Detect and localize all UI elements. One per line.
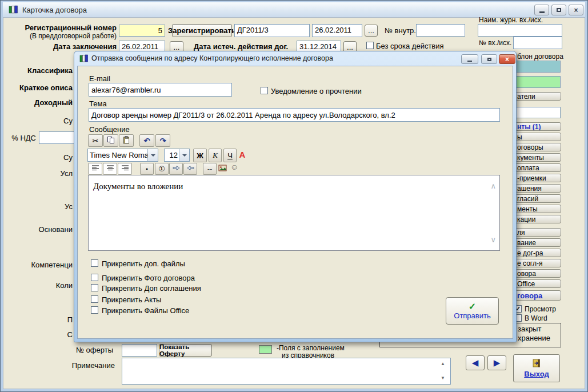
- font-family-value: Times New Roman: [88, 149, 147, 161]
- inout-no-input[interactable]: [513, 37, 562, 49]
- font-size-select[interactable]: 12: [164, 149, 190, 162]
- insert-image-icon: [218, 165, 228, 174]
- sidebar-button-7[interactable]: -приемки: [513, 174, 561, 182]
- reg-number-input[interactable]: 5: [119, 25, 165, 37]
- attach-files-checkbox[interactable]: [91, 259, 98, 267]
- door-exit-icon: [531, 358, 542, 370]
- font-family-select[interactable]: Times New Roman: [87, 149, 158, 162]
- show-offer-button[interactable]: Показать Оферту: [159, 344, 212, 357]
- sidebar-button-15[interactable]: е согл-я: [513, 259, 561, 267]
- closed-line-1: закрыт: [518, 325, 541, 333]
- dialog-maximize-button[interactable]: [481, 54, 497, 64]
- send-button[interactable]: ✓ Отправить: [446, 297, 499, 325]
- contract-number-input[interactable]: ДГ2011/3: [234, 24, 310, 37]
- sidebar-button-documents[interactable]: нты (1): [513, 122, 561, 131]
- copy-button[interactable]: [103, 134, 118, 147]
- legend-line-1: -Поля с заполнением: [277, 344, 345, 352]
- message-label: Сообщение: [89, 125, 130, 134]
- note-textarea[interactable]: [122, 358, 451, 385]
- legend-swatch: [259, 345, 272, 354]
- read-receipt-checkbox[interactable]: [261, 87, 268, 94]
- redo-button[interactable]: ↷: [155, 134, 170, 147]
- send-label: Отправить: [454, 311, 490, 320]
- vat-input[interactable]: [39, 131, 79, 144]
- sidebar-button-6[interactable]: оплата: [513, 163, 561, 172]
- align-center-button[interactable]: [103, 163, 117, 175]
- read-receipt-label: Уведомление о прочтении: [271, 87, 362, 95]
- horizontal-rule-button[interactable]: --: [203, 163, 217, 175]
- align-left-button[interactable]: [88, 163, 102, 175]
- message-text: Документы во вложении: [93, 182, 183, 191]
- send-message-dialog: Отправка сообщения по адресу Контролирую…: [74, 51, 517, 342]
- indent-button[interactable]: [169, 163, 183, 175]
- dialog-close-button[interactable]: ×: [499, 54, 515, 64]
- undo-button[interactable]: ↶: [139, 134, 154, 147]
- subject-label: Тема: [89, 99, 107, 108]
- paste-button[interactable]: [119, 134, 134, 147]
- sidebar-button-9[interactable]: гласий: [513, 194, 561, 203]
- italic-button[interactable]: К: [209, 149, 222, 162]
- email-label: E-mail: [89, 74, 110, 83]
- note-scroll-up-icon[interactable]: ▲: [441, 362, 445, 366]
- offer-number-label: № оферты: [52, 346, 113, 354]
- next-record-button[interactable]: ▶: [487, 355, 506, 370]
- insert-image-button[interactable]: [218, 164, 229, 174]
- quantity-label: Коли: [1, 281, 73, 290]
- attach-acts-checkbox[interactable]: [91, 295, 98, 303]
- font-color-button[interactable]: А: [237, 150, 248, 161]
- sidebar-button-14[interactable]: е дог-ра: [513, 249, 561, 257]
- checkmark-icon: ✓: [469, 302, 476, 311]
- prev-record-button[interactable]: ◀: [466, 355, 485, 370]
- offer-number-input[interactable]: [122, 344, 157, 357]
- closed-line-2: хранение: [518, 334, 550, 342]
- sidebar-button-4[interactable]: оговоры: [513, 143, 561, 151]
- note-scroll-down-icon[interactable]: ▼: [441, 376, 445, 381]
- attach-office-checkbox[interactable]: [91, 306, 98, 314]
- bold-button[interactable]: Ж: [193, 149, 207, 162]
- dialog-minimize-button[interactable]: [461, 54, 478, 64]
- bullet-list-button[interactable]: ▪: [140, 163, 154, 175]
- books-icon: [9, 5, 18, 17]
- subject-input[interactable]: Договор аренды номер ДГ2011/3 от 26.02.2…: [89, 108, 500, 122]
- sidebar-button-3[interactable]: ы: [513, 133, 561, 141]
- sidebar-button-13[interactable]: вание: [513, 238, 561, 247]
- exit-button[interactable]: Выход: [513, 354, 560, 382]
- sidebar-button-16[interactable]: овора: [513, 269, 561, 278]
- attach-photo-checkbox[interactable]: [91, 274, 98, 281]
- smiley-button[interactable]: ☺: [230, 162, 239, 173]
- message-textarea[interactable]: Документы во вложении ∧ ∨: [88, 175, 500, 251]
- internal-no-input[interactable]: [416, 24, 465, 37]
- sidebar-button-contract[interactable]: говора: [513, 290, 561, 301]
- income-label: Доходный: [1, 98, 73, 107]
- align-right-button[interactable]: [118, 163, 132, 175]
- numbered-list-icon: ①: [158, 165, 165, 173]
- no-term-checkbox[interactable]: [366, 42, 374, 49]
- sidebar-button-12[interactable]: ля: [513, 228, 561, 237]
- scroll-up-icon[interactable]: ∧: [490, 182, 496, 190]
- sidebar-button-10[interactable]: менты: [513, 205, 561, 213]
- cut-button[interactable]: ✂: [88, 134, 103, 147]
- underline-button[interactable]: Ч: [223, 149, 237, 162]
- contract-date-input[interactable]: 26.02.2011: [312, 24, 362, 37]
- email-input[interactable]: alexar76@rambler.ru: [89, 83, 232, 97]
- outdent-button[interactable]: [183, 163, 197, 175]
- prev-arrow-icon: ◀: [472, 358, 479, 368]
- maximize-button[interactable]: [551, 5, 566, 15]
- sidebar-button-11[interactable]: кации: [513, 215, 561, 223]
- sum-label: Су: [1, 117, 73, 125]
- sidebar-button-1[interactable]: атели: [513, 92, 561, 101]
- sidebar-button-8[interactable]: ашения: [513, 184, 561, 193]
- sidebar-button-5[interactable]: кументы: [513, 153, 561, 162]
- scroll-down-icon[interactable]: ∨: [490, 236, 496, 243]
- contract-date-browse-button[interactable]: ...: [365, 25, 378, 37]
- close-button[interactable]: ×: [569, 5, 583, 15]
- minimize-button[interactable]: [534, 5, 549, 15]
- maximize-icon: [487, 58, 491, 61]
- attach-agreements-checkbox[interactable]: [91, 284, 98, 291]
- sidebar-button-office[interactable]: Office: [513, 279, 561, 288]
- journal-input[interactable]: [478, 24, 562, 37]
- date-end-label: Дата истеч. действия дог.: [194, 42, 288, 51]
- dialog-title: Отправка сообщения по адресу Контролирую…: [91, 54, 333, 62]
- numbered-list-button[interactable]: ①: [155, 163, 169, 175]
- register-button[interactable]: Зарегистрировать: [172, 24, 232, 37]
